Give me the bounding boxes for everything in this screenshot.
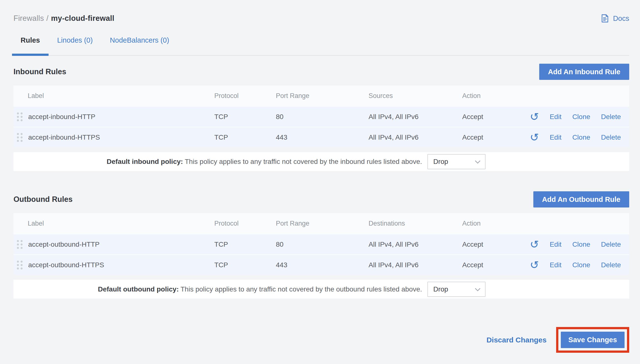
column-header-destinations: Destinations	[369, 220, 462, 227]
rule-sources: All IPv4, All IPv6	[369, 134, 462, 141]
edit-link[interactable]: Edit	[550, 261, 561, 269]
rule-port-range: 80	[276, 113, 369, 121]
rule-protocol: TCP	[214, 134, 276, 141]
rule-action: Accept	[462, 134, 509, 141]
breadcrumb-firewalls-link[interactable]: Firewalls	[14, 14, 44, 22]
tab-rules[interactable]: Rules	[12, 32, 49, 55]
column-header-action: Action	[462, 92, 509, 100]
table-row: accept-outbound-HTTPS TCP 443 All IPv4, …	[14, 254, 629, 275]
default-inbound-policy-label: Default inbound policy:	[107, 158, 183, 165]
inbound-rules-title: Inbound Rules	[14, 67, 66, 76]
default-outbound-policy-row: Default outbound policy: This policy app…	[14, 280, 629, 298]
form-actions: Discard Changes Save Changes	[14, 327, 629, 353]
default-inbound-policy-row: Default inbound policy: This policy appl…	[14, 152, 629, 171]
undo-icon[interactable]: ↺	[530, 260, 539, 270]
column-header-protocol: Protocol	[214, 92, 276, 100]
default-inbound-policy-select[interactable]: Drop	[427, 154, 486, 169]
delete-link[interactable]: Delete	[601, 261, 621, 269]
table-row: accept-inbound-HTTP TCP 80 All IPv4, All…	[14, 106, 629, 127]
table-row: accept-inbound-HTTPS TCP 443 All IPv4, A…	[14, 127, 629, 147]
tab-nodebalancers[interactable]: NodeBalancers (0)	[101, 32, 178, 55]
table-row: accept-outbound-HTTP TCP 80 All IPv4, Al…	[14, 234, 629, 254]
clone-link[interactable]: Clone	[572, 240, 590, 248]
rule-protocol: TCP	[214, 261, 276, 269]
clone-link[interactable]: Clone	[572, 134, 590, 141]
edit-link[interactable]: Edit	[550, 113, 561, 121]
delete-link[interactable]: Delete	[601, 134, 621, 141]
rule-label: accept-outbound-HTTP	[28, 240, 100, 248]
drag-handle-icon[interactable]	[17, 112, 23, 121]
column-header-action: Action	[462, 220, 509, 227]
rule-action: Accept	[462, 261, 509, 269]
rule-destinations: All IPv4, All IPv6	[369, 261, 462, 269]
column-header-label: Label	[14, 92, 214, 100]
chevron-down-icon	[475, 158, 481, 166]
column-header-port-range: Port Range	[276, 220, 369, 227]
firewall-detail-page: Firewalls/my-cloud-firewall Docs Rules L…	[0, 0, 640, 364]
outbound-rules-table: Label Protocol Port Range Destinations A…	[14, 213, 629, 298]
breadcrumb-separator: /	[46, 14, 49, 22]
add-outbound-rule-button[interactable]: Add An Outbound Rule	[533, 191, 629, 208]
default-inbound-policy-description: This policy applies to any traffic not c…	[185, 158, 422, 165]
rule-action: Accept	[462, 240, 509, 248]
default-outbound-policy-select[interactable]: Drop	[427, 282, 486, 297]
drag-handle-icon[interactable]	[17, 261, 23, 270]
column-header-port-range: Port Range	[276, 92, 369, 100]
breadcrumb-firewall-name: my-cloud-firewall	[51, 14, 114, 22]
drag-handle-icon[interactable]	[17, 240, 23, 249]
undo-icon[interactable]: ↺	[530, 112, 539, 122]
default-inbound-policy-text: Default inbound policy: This policy appl…	[107, 158, 422, 166]
column-header-protocol: Protocol	[214, 220, 276, 227]
inbound-rules-section: Inbound Rules Add An Inbound Rule Label …	[14, 64, 629, 171]
rule-port-range: 80	[276, 240, 369, 248]
rule-label: accept-inbound-HTTP	[28, 113, 95, 121]
add-inbound-rule-button[interactable]: Add An Inbound Rule	[539, 64, 629, 80]
tab-bar: Rules Linodes (0) NodeBalancers (0)	[12, 32, 629, 56]
clone-link[interactable]: Clone	[572, 261, 590, 269]
highlight-annotation-box: Save Changes	[556, 327, 629, 353]
rule-label: accept-outbound-HTTPS	[28, 261, 104, 269]
outbound-rules-title: Outbound Rules	[14, 195, 73, 204]
rule-protocol: TCP	[214, 240, 276, 248]
docs-icon	[600, 14, 609, 23]
undo-icon[interactable]: ↺	[530, 240, 539, 249]
docs-label: Docs	[613, 14, 629, 22]
default-outbound-policy-text: Default outbound policy: This policy app…	[98, 285, 422, 293]
selected-policy-value: Drop	[433, 158, 448, 166]
drag-handle-icon[interactable]	[17, 133, 23, 142]
column-header-sources: Sources	[369, 92, 462, 100]
rule-label: accept-inbound-HTTPS	[28, 134, 100, 141]
column-header-label: Label	[14, 220, 214, 227]
edit-link[interactable]: Edit	[550, 134, 561, 141]
selected-policy-value: Drop	[433, 285, 448, 293]
tab-linodes[interactable]: Linodes (0)	[49, 32, 101, 55]
clone-link[interactable]: Clone	[572, 113, 590, 121]
rule-action: Accept	[462, 113, 509, 121]
chevron-down-icon	[475, 285, 481, 293]
default-outbound-policy-label: Default outbound policy:	[98, 285, 179, 293]
save-changes-button[interactable]: Save Changes	[561, 332, 624, 348]
inbound-table-header: Label Protocol Port Range Sources Action	[14, 86, 629, 106]
outbound-rules-section: Outbound Rules Add An Outbound Rule Labe…	[14, 191, 629, 298]
rule-sources: All IPv4, All IPv6	[369, 113, 462, 121]
default-outbound-policy-description: This policy applies to any traffic not c…	[180, 285, 422, 293]
rule-destinations: All IPv4, All IPv6	[369, 240, 462, 248]
discard-changes-link[interactable]: Discard Changes	[486, 336, 547, 344]
undo-icon[interactable]: ↺	[530, 132, 539, 142]
edit-link[interactable]: Edit	[550, 240, 561, 248]
breadcrumb: Firewalls/my-cloud-firewall	[14, 14, 114, 23]
rule-protocol: TCP	[214, 113, 276, 121]
outbound-table-header: Label Protocol Port Range Destinations A…	[14, 213, 629, 234]
delete-link[interactable]: Delete	[601, 113, 621, 121]
page-header: Firewalls/my-cloud-firewall Docs	[14, 0, 629, 26]
docs-link[interactable]: Docs	[600, 14, 629, 23]
inbound-rules-table: Label Protocol Port Range Sources Action…	[14, 86, 629, 171]
rule-port-range: 443	[276, 134, 369, 141]
rule-port-range: 443	[276, 261, 369, 269]
delete-link[interactable]: Delete	[601, 240, 621, 248]
